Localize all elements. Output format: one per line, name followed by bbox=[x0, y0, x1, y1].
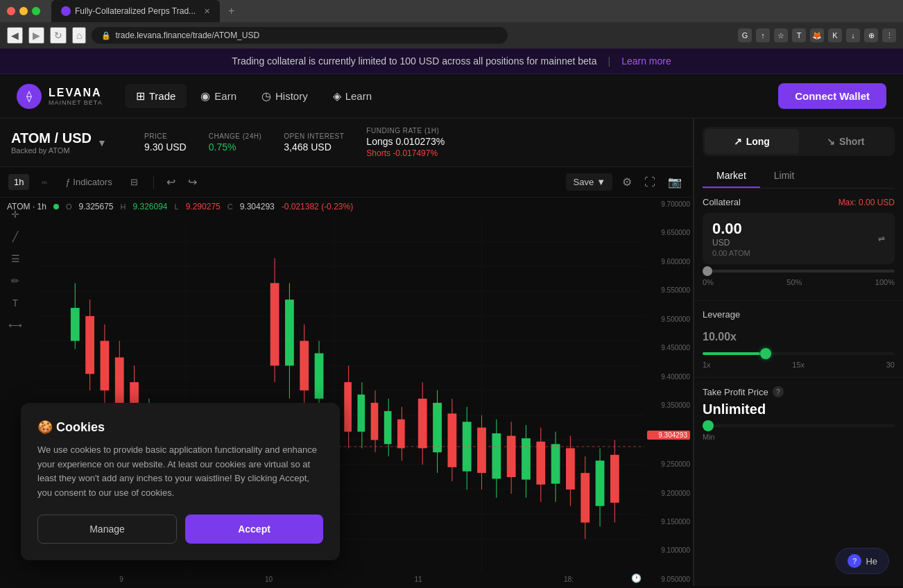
share-icon[interactable]: ↑ bbox=[756, 28, 770, 42]
close-dot[interactable] bbox=[7, 7, 15, 15]
slider-label-50: 50% bbox=[786, 278, 802, 286]
help-bubble[interactable]: ? He bbox=[836, 548, 889, 574]
keplr-icon[interactable]: K bbox=[828, 28, 842, 42]
chart-close-label: C bbox=[227, 202, 233, 211]
refresh-button[interactable]: ↻ bbox=[50, 27, 67, 44]
leverage-section: Leverage 10.00x 1x 15x 30 bbox=[694, 300, 903, 377]
browser-chrome: Fully-Collateralized Perps Trad... ✕ + ◀… bbox=[0, 0, 903, 49]
collateral-input-area[interactable]: 0.00 USD 0.00 ATOM ⇌ bbox=[703, 213, 895, 264]
crosshair-tool[interactable]: ✛ bbox=[6, 205, 25, 224]
trend-line-tool[interactable]: ╱ bbox=[6, 227, 25, 246]
nav-trade[interactable]: ⊞ Trade bbox=[125, 84, 187, 108]
tab-close-icon[interactable]: ✕ bbox=[204, 7, 210, 16]
leverage-slider-thumb[interactable] bbox=[760, 348, 771, 359]
measure-tool[interactable]: ⟷ bbox=[6, 315, 25, 335]
nav-trade-label: Trade bbox=[149, 90, 176, 102]
leverage-labels: 1x 15x 30 bbox=[703, 361, 895, 369]
fullscreen-btn[interactable]: ⛶ bbox=[642, 173, 658, 191]
take-profit-help-icon[interactable]: ? bbox=[773, 386, 784, 397]
collateral-slider-track[interactable] bbox=[703, 270, 895, 273]
connect-wallet-button[interactable]: Connect Wallet bbox=[778, 83, 886, 109]
new-tab-button[interactable]: + bbox=[224, 5, 239, 17]
save-label: Save bbox=[573, 177, 594, 187]
collateral-max: Max: 0.00 USD bbox=[839, 198, 895, 207]
collateral-atom-value: 0.00 ATOM bbox=[712, 249, 885, 257]
metamask-icon[interactable]: 🦊 bbox=[810, 28, 824, 42]
back-button[interactable]: ◀ bbox=[7, 27, 23, 44]
ext4-icon[interactable]: ↓ bbox=[846, 28, 860, 42]
cookie-manage-button[interactable]: Manage bbox=[37, 514, 177, 544]
collateral-max-label: Max: bbox=[839, 198, 859, 207]
collateral-max-value: 0.00 USD bbox=[859, 198, 895, 207]
collateral-section: Collateral Max: 0.00 USD 0.00 USD 0.00 A… bbox=[694, 189, 903, 300]
limit-tab[interactable]: Limit bbox=[760, 164, 809, 188]
chart-left-tools: ✛ ╱ ☰ ✏ T ⟷ bbox=[6, 205, 25, 335]
translate-icon[interactable]: T bbox=[792, 28, 806, 42]
nav-learn[interactable]: ◈ Learn bbox=[322, 84, 383, 108]
bookmark-icon[interactable]: ☆ bbox=[774, 28, 788, 42]
take-profit-slider-track[interactable] bbox=[703, 424, 895, 427]
address-bar[interactable]: 🔒 trade.levana.finance/trade/ATOM_USD bbox=[92, 27, 508, 44]
trade-icon: ⊞ bbox=[136, 89, 145, 103]
collateral-slider-container: 0% 50% 100% bbox=[703, 270, 895, 292]
collateral-slider-labels: 0% 50% 100% bbox=[703, 278, 895, 286]
settings-btn[interactable]: ⚙ bbox=[619, 173, 635, 191]
price-label: PRICE bbox=[144, 132, 187, 140]
save-btn[interactable]: Save ▼ bbox=[566, 173, 612, 191]
indicators-btn[interactable]: ƒ Indicators bbox=[60, 174, 117, 190]
logo-text: LEVANA MAINNET BETA bbox=[49, 87, 103, 106]
funding-label: FUNDING RATE (1H) bbox=[366, 127, 445, 135]
text-tool[interactable]: T bbox=[6, 293, 25, 313]
svg-rect-72 bbox=[507, 436, 516, 478]
collateral-token-swap[interactable]: ⇌ bbox=[878, 234, 885, 243]
chart-type-candles[interactable]: ⎓ bbox=[36, 174, 53, 190]
chart-change-value: -0.021382 (-0.23%) bbox=[282, 202, 353, 211]
active-tab[interactable]: Fully-Collateralized Perps Trad... ✕ bbox=[51, 0, 220, 22]
cookie-accept-button[interactable]: Accept bbox=[185, 514, 323, 544]
market-stat-price: PRICE 9.30 USD bbox=[144, 132, 187, 153]
market-pair-chevron[interactable]: ▼ bbox=[97, 137, 107, 148]
market-pair-sub: Backed by ATOM bbox=[11, 146, 92, 155]
home-button[interactable]: ⌂ bbox=[72, 27, 86, 44]
collateral-label: Collateral bbox=[703, 197, 741, 207]
screenshot-btn[interactable]: 📷 bbox=[665, 173, 685, 191]
google-icon[interactable]: G bbox=[738, 28, 752, 42]
take-profit-min-label: Min bbox=[703, 433, 715, 441]
menu-icon[interactable]: ⋮ bbox=[882, 28, 896, 42]
long-button[interactable]: ↗ Long bbox=[705, 129, 799, 154]
funding-shorts: Shorts -0.017497% bbox=[366, 148, 445, 158]
maximize-dot[interactable] bbox=[32, 7, 40, 15]
price-tick-11: 9.150000 bbox=[647, 518, 690, 526]
timeframe-1h[interactable]: 1h bbox=[8, 174, 29, 190]
order-type-tabs: Market Limit bbox=[703, 164, 895, 189]
leverage-label-15x: 15x bbox=[792, 361, 805, 369]
time-tick-2: 10 bbox=[265, 576, 273, 583]
leverage-slider-track[interactable] bbox=[703, 352, 895, 355]
time-zoom-btn[interactable]: 🕐 bbox=[628, 571, 644, 586]
redo-btn[interactable]: ↪ bbox=[185, 173, 200, 191]
banner-divider: | bbox=[608, 55, 611, 67]
chart-layout-btn[interactable]: ⊟ bbox=[125, 174, 144, 190]
minimize-dot[interactable] bbox=[19, 7, 28, 15]
take-profit-slider-thumb[interactable] bbox=[703, 420, 714, 431]
banner: Trading collateral is currently limited … bbox=[0, 49, 903, 74]
forward-button[interactable]: ▶ bbox=[28, 27, 44, 44]
chart-open-label: O bbox=[66, 202, 72, 211]
price-tick-10: 9.200000 bbox=[647, 490, 690, 497]
nav-earn[interactable]: ◉ Earn bbox=[189, 84, 248, 108]
short-button[interactable]: ↘ Short bbox=[799, 129, 893, 154]
chart-open-value: 9.325675 bbox=[78, 202, 113, 211]
market-pair-name: ATOM / USD bbox=[11, 130, 92, 146]
learn-more-link[interactable]: Learn more bbox=[621, 55, 671, 67]
swap-icon: ⇌ bbox=[878, 234, 885, 243]
market-tab[interactable]: Market bbox=[703, 164, 760, 188]
leverage-label: Leverage bbox=[703, 309, 895, 320]
price-tick-12: 9.100000 bbox=[647, 546, 690, 554]
nav-history[interactable]: ◷ History bbox=[250, 84, 319, 108]
market-stat-change: CHANGE (24H) 0.75% bbox=[209, 132, 262, 153]
collateral-slider-thumb[interactable] bbox=[703, 266, 712, 276]
lines-tool[interactable]: ☰ bbox=[6, 249, 25, 268]
undo-btn[interactable]: ↩ bbox=[164, 173, 178, 191]
puzzle-icon[interactable]: ⊕ bbox=[864, 28, 878, 42]
pen-tool[interactable]: ✏ bbox=[6, 271, 25, 291]
